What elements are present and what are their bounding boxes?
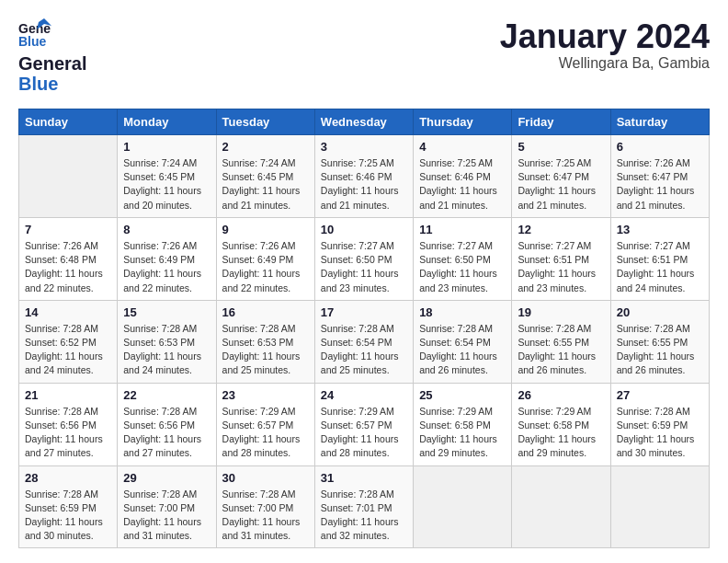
day-number: 5: [518, 140, 604, 154]
calendar-cell: 19Sunrise: 7:28 AM Sunset: 6:55 PM Dayli…: [512, 300, 610, 383]
calendar-cell: 4Sunrise: 7:25 AM Sunset: 6:46 PM Daylig…: [414, 135, 512, 218]
calendar-cell: 3Sunrise: 7:25 AM Sunset: 6:46 PM Daylig…: [314, 135, 413, 218]
day-number: 6: [617, 140, 703, 154]
calendar-day-header: Thursday: [414, 109, 512, 135]
calendar-cell: 22Sunrise: 7:28 AM Sunset: 6:56 PM Dayli…: [118, 383, 216, 465]
day-number: 8: [123, 223, 210, 236]
calendar-day-header: Saturday: [610, 109, 709, 135]
calendar-cell: 21Sunrise: 7:28 AM Sunset: 6:56 PM Dayli…: [19, 383, 118, 465]
day-number: 23: [222, 388, 309, 402]
day-info: Sunrise: 7:28 AM Sunset: 6:52 PM Dayligh…: [25, 322, 111, 378]
sub-title: Wellingara Ba, Gambia: [500, 55, 710, 72]
title-area: January 2024 Wellingara Ba, Gambia: [500, 18, 710, 72]
day-info: Sunrise: 7:26 AM Sunset: 6:49 PM Dayligh…: [123, 239, 210, 295]
day-number: 10: [321, 223, 407, 236]
calendar-cell: 8Sunrise: 7:26 AM Sunset: 6:49 PM Daylig…: [118, 217, 216, 300]
day-info: Sunrise: 7:26 AM Sunset: 6:48 PM Dayligh…: [25, 239, 111, 295]
day-number: 4: [419, 140, 506, 154]
day-info: Sunrise: 7:27 AM Sunset: 6:51 PM Dayligh…: [617, 239, 703, 295]
calendar-cell: 26Sunrise: 7:29 AM Sunset: 6:58 PM Dayli…: [512, 383, 610, 465]
calendar-cell: 28Sunrise: 7:28 AM Sunset: 6:59 PM Dayli…: [19, 465, 118, 548]
calendar-cell: 2Sunrise: 7:24 AM Sunset: 6:45 PM Daylig…: [216, 135, 314, 218]
day-number: 3: [321, 140, 407, 154]
calendar-cell: 1Sunrise: 7:24 AM Sunset: 6:45 PM Daylig…: [118, 135, 216, 218]
calendar-cell: 20Sunrise: 7:28 AM Sunset: 6:55 PM Dayli…: [610, 300, 709, 383]
day-info: Sunrise: 7:25 AM Sunset: 6:46 PM Dayligh…: [321, 156, 407, 213]
main-title: January 2024: [500, 18, 710, 55]
calendar-cell: 6Sunrise: 7:26 AM Sunset: 6:47 PM Daylig…: [610, 135, 709, 218]
day-number: 13: [617, 223, 703, 236]
calendar-day-header: Tuesday: [216, 109, 314, 135]
day-info: Sunrise: 7:27 AM Sunset: 6:51 PM Dayligh…: [518, 239, 604, 295]
day-number: 29: [123, 471, 210, 485]
day-info: Sunrise: 7:28 AM Sunset: 6:53 PM Dayligh…: [222, 322, 309, 378]
calendar-cell: 9Sunrise: 7:26 AM Sunset: 6:49 PM Daylig…: [216, 217, 314, 300]
day-info: Sunrise: 7:29 AM Sunset: 6:57 PM Dayligh…: [321, 405, 407, 461]
day-number: 7: [25, 223, 111, 236]
day-number: 28: [25, 471, 111, 485]
calendar-cell: 14Sunrise: 7:28 AM Sunset: 6:52 PM Dayli…: [19, 300, 118, 383]
day-number: 26: [518, 388, 604, 402]
calendar-cell: 18Sunrise: 7:28 AM Sunset: 6:54 PM Dayli…: [414, 300, 512, 383]
day-number: 21: [25, 388, 111, 402]
day-info: Sunrise: 7:29 AM Sunset: 6:58 PM Dayligh…: [419, 405, 506, 461]
day-info: Sunrise: 7:28 AM Sunset: 6:56 PM Dayligh…: [123, 405, 210, 461]
calendar-cell: [414, 465, 512, 548]
calendar-day-header: Wednesday: [314, 109, 413, 135]
day-number: 15: [123, 305, 210, 319]
day-info: Sunrise: 7:25 AM Sunset: 6:47 PM Dayligh…: [518, 156, 604, 213]
calendar-cell: 13Sunrise: 7:27 AM Sunset: 6:51 PM Dayli…: [610, 217, 709, 300]
day-info: Sunrise: 7:28 AM Sunset: 7:00 PM Dayligh…: [222, 488, 309, 544]
calendar-cell: 7Sunrise: 7:26 AM Sunset: 6:48 PM Daylig…: [19, 217, 118, 300]
day-info: Sunrise: 7:29 AM Sunset: 6:57 PM Dayligh…: [222, 405, 309, 461]
calendar-week-row: 7Sunrise: 7:26 AM Sunset: 6:48 PM Daylig…: [19, 217, 710, 300]
calendar-day-header: Monday: [118, 109, 216, 135]
day-number: 18: [419, 305, 506, 319]
day-number: 31: [321, 471, 407, 485]
day-info: Sunrise: 7:28 AM Sunset: 6:55 PM Dayligh…: [518, 322, 604, 378]
calendar-week-row: 14Sunrise: 7:28 AM Sunset: 6:52 PM Dayli…: [19, 300, 710, 383]
day-info: Sunrise: 7:27 AM Sunset: 6:50 PM Dayligh…: [419, 239, 506, 295]
calendar-week-row: 1Sunrise: 7:24 AM Sunset: 6:45 PM Daylig…: [19, 135, 710, 218]
logo-icon: General Blue: [18, 18, 51, 52]
calendar-cell: 15Sunrise: 7:28 AM Sunset: 6:53 PM Dayli…: [118, 300, 216, 383]
logo-general-text: General: [18, 53, 86, 74]
calendar-cell: [512, 465, 610, 548]
calendar-cell: [19, 135, 118, 218]
calendar-cell: 30Sunrise: 7:28 AM Sunset: 7:00 PM Dayli…: [216, 465, 314, 548]
day-info: Sunrise: 7:26 AM Sunset: 6:47 PM Dayligh…: [617, 156, 703, 213]
calendar-cell: 27Sunrise: 7:28 AM Sunset: 6:59 PM Dayli…: [610, 383, 709, 465]
day-info: Sunrise: 7:28 AM Sunset: 7:01 PM Dayligh…: [321, 488, 407, 544]
calendar-day-header: Sunday: [19, 109, 118, 135]
day-number: 17: [321, 305, 407, 319]
logo: General Blue General Blue: [18, 18, 86, 94]
calendar-cell: 17Sunrise: 7:28 AM Sunset: 6:54 PM Dayli…: [314, 300, 413, 383]
day-number: 24: [321, 388, 407, 402]
day-info: Sunrise: 7:28 AM Sunset: 6:55 PM Dayligh…: [617, 322, 703, 378]
day-number: 16: [222, 305, 309, 319]
day-number: 19: [518, 305, 604, 319]
calendar-cell: 16Sunrise: 7:28 AM Sunset: 6:53 PM Dayli…: [216, 300, 314, 383]
calendar-cell: [610, 465, 709, 548]
calendar-body: 1Sunrise: 7:24 AM Sunset: 6:45 PM Daylig…: [19, 135, 710, 548]
day-info: Sunrise: 7:28 AM Sunset: 7:00 PM Dayligh…: [123, 488, 210, 544]
day-number: 11: [419, 223, 506, 236]
day-info: Sunrise: 7:29 AM Sunset: 6:58 PM Dayligh…: [518, 405, 604, 461]
calendar-cell: 25Sunrise: 7:29 AM Sunset: 6:58 PM Dayli…: [414, 383, 512, 465]
day-info: Sunrise: 7:25 AM Sunset: 6:46 PM Dayligh…: [419, 156, 506, 213]
day-number: 12: [518, 223, 604, 236]
logo-blue-text: Blue: [18, 74, 58, 94]
day-number: 30: [222, 471, 309, 485]
day-number: 9: [222, 223, 309, 236]
day-info: Sunrise: 7:27 AM Sunset: 6:50 PM Dayligh…: [321, 239, 407, 295]
day-info: Sunrise: 7:28 AM Sunset: 6:54 PM Dayligh…: [419, 322, 506, 378]
day-info: Sunrise: 7:28 AM Sunset: 6:56 PM Dayligh…: [25, 405, 111, 461]
calendar-cell: 24Sunrise: 7:29 AM Sunset: 6:57 PM Dayli…: [314, 383, 413, 465]
day-number: 20: [617, 305, 703, 319]
calendar-cell: 11Sunrise: 7:27 AM Sunset: 6:50 PM Dayli…: [414, 217, 512, 300]
day-info: Sunrise: 7:28 AM Sunset: 6:54 PM Dayligh…: [321, 322, 407, 378]
day-number: 25: [419, 388, 506, 402]
day-number: 14: [25, 305, 111, 319]
day-info: Sunrise: 7:28 AM Sunset: 6:53 PM Dayligh…: [123, 322, 210, 378]
day-number: 27: [617, 388, 703, 402]
